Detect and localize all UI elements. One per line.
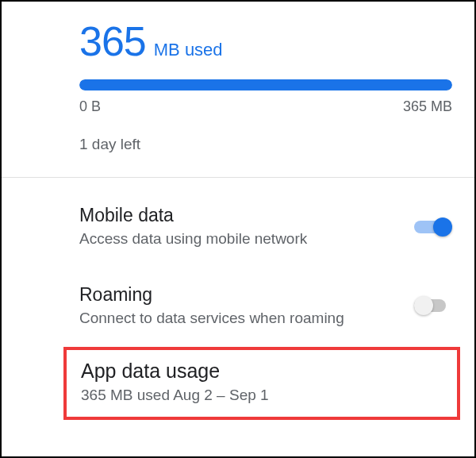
roaming-row[interactable]: Roaming Connect to data services when ro… [79, 267, 452, 346]
usage-min-label: 0 B [79, 98, 101, 115]
mobile-data-title: Mobile data [79, 205, 401, 226]
usage-max-label: 365 MB [403, 98, 452, 115]
mobile-data-row[interactable]: Mobile data Access data using mobile net… [79, 187, 452, 267]
days-left-label: 1 day left [79, 136, 452, 153]
usage-progress-labels: 0 B 365 MB [79, 98, 452, 115]
mobile-data-toggle[interactable] [414, 217, 452, 237]
usage-amount: 365 MB used [79, 17, 452, 65]
usage-number: 365 [79, 17, 146, 65]
roaming-subtitle: Connect to data services when roaming [79, 308, 401, 329]
app-data-usage-title: App data usage [81, 360, 449, 383]
mobile-data-text: Mobile data Access data using mobile net… [79, 205, 414, 249]
roaming-toggle[interactable] [414, 295, 452, 316]
toggle-thumb [433, 217, 452, 237]
app-data-usage-row[interactable]: App data usage 365 MB used Aug 2 – Sep 1 [63, 347, 460, 420]
usage-progress-bar [79, 79, 452, 90]
data-usage-summary: 365 MB used 0 B 365 MB 1 day left [2, 2, 474, 177]
roaming-text: Roaming Connect to data services when ro… [79, 284, 414, 329]
mobile-data-subtitle: Access data using mobile network [79, 229, 401, 249]
app-data-usage-subtitle: 365 MB used Aug 2 – Sep 1 [81, 385, 449, 406]
roaming-title: Roaming [79, 284, 401, 306]
usage-unit-label: MB used [154, 40, 223, 60]
usage-progress-fill [79, 79, 452, 90]
toggle-thumb [414, 296, 433, 315]
settings-list: Mobile data Access data using mobile net… [2, 178, 474, 345]
